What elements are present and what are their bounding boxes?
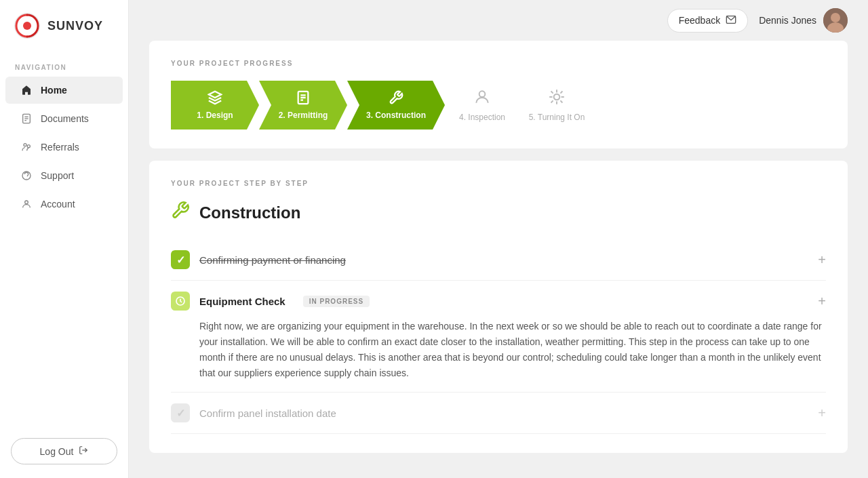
svg-point-14 xyxy=(831,13,840,22)
permitting-icon xyxy=(296,90,311,108)
topbar: Feedback Dennis Jones xyxy=(129,0,868,41)
sidebar-item-documents-label: Documents xyxy=(41,113,89,124)
account-icon xyxy=(20,198,33,210)
svg-point-9 xyxy=(26,178,27,179)
logo: SUNVOY xyxy=(0,0,128,52)
avatar xyxy=(823,8,848,33)
task-confirm-payment-label: Confirming payment or financing xyxy=(199,254,346,266)
content-area: YOUR PROJECT PROGRESS 1. Design 2. Permi… xyxy=(129,41,868,478)
task-check-panel: ✓ xyxy=(171,403,190,422)
task-confirm-panel: ✓ Confirm panel installation date + xyxy=(171,393,826,434)
svg-point-10 xyxy=(25,201,28,204)
expand-equipment-check-button[interactable]: + xyxy=(818,294,826,309)
task-progress-check xyxy=(171,292,190,311)
step-turning-it-on[interactable]: 5. Turning It On xyxy=(519,81,594,130)
construction-icon xyxy=(389,90,403,108)
task-equipment-check-label: Equipment Check xyxy=(199,296,285,307)
svg-line-28 xyxy=(560,92,562,94)
step-turning-on-label: 5. Turning It On xyxy=(529,113,585,122)
nav-menu: Home Documents Referrals Support xyxy=(0,75,128,219)
user-name: Dennis Jones xyxy=(759,15,816,26)
sidebar-item-home-label: Home xyxy=(41,85,67,96)
progress-card: YOUR PROJECT PROGRESS 1. Design 2. Permi… xyxy=(149,41,848,148)
step-construction-label: 3. Construction xyxy=(366,111,426,120)
sidebar-footer: Log Out xyxy=(0,424,128,478)
task-confirm-payment-row: ✓ Confirming payment or financing + xyxy=(171,250,826,269)
task-left-confirm: ✓ Confirming payment or financing xyxy=(171,250,346,269)
design-icon xyxy=(208,90,222,108)
task-left-equipment: Equipment Check IN PROGRESS xyxy=(171,292,370,311)
logo-text: SUNVOY xyxy=(47,19,103,33)
task-equipment-check: Equipment Check IN PROGRESS + Right now,… xyxy=(171,281,826,393)
step-inspection[interactable]: 4. Inspection xyxy=(445,81,519,130)
sidebar-item-home[interactable]: Home xyxy=(5,77,123,104)
step-design[interactable]: 1. Design xyxy=(171,81,259,130)
step-design-label: 1. Design xyxy=(197,111,233,120)
user-info: Dennis Jones xyxy=(759,8,848,33)
svg-point-7 xyxy=(27,145,30,148)
sidebar-item-documents[interactable]: Documents xyxy=(5,105,123,132)
checkmark-icon: ✓ xyxy=(176,254,185,266)
support-icon xyxy=(20,170,33,182)
feedback-label: Feedback xyxy=(679,15,720,26)
step-permitting-label: 2. Permitting xyxy=(279,111,328,120)
construction-header: Construction xyxy=(171,201,826,224)
progress-section-label: YOUR PROJECT PROGRESS xyxy=(171,60,826,67)
svg-point-1 xyxy=(23,22,31,30)
inspection-icon xyxy=(473,88,491,110)
task-check-confirm: ✓ xyxy=(171,250,190,269)
expand-confirm-panel-button[interactable]: + xyxy=(818,405,826,421)
logout-label: Log Out xyxy=(40,446,74,457)
email-icon xyxy=(726,14,736,27)
task-equipment-check-row: Equipment Check IN PROGRESS + xyxy=(171,292,826,311)
sidebar-item-account[interactable]: Account xyxy=(5,191,123,218)
checkmark-panel-icon: ✓ xyxy=(176,407,185,420)
svg-point-21 xyxy=(554,94,560,100)
construction-step-icon xyxy=(171,201,190,224)
sidebar-item-referrals[interactable]: Referrals xyxy=(5,134,123,161)
sidebar-item-support[interactable]: Support xyxy=(5,162,123,189)
turning-on-icon xyxy=(548,88,566,110)
svg-line-29 xyxy=(551,100,553,102)
step-inspection-label: 4. Inspection xyxy=(459,113,505,122)
sidebar: SUNVOY NAVIGATION Home Documents Referra… xyxy=(0,0,129,478)
svg-line-26 xyxy=(551,92,553,94)
logo-icon xyxy=(14,12,41,39)
main-content: Feedback Dennis Jones YOUR PROJECT PROGR… xyxy=(129,0,868,478)
nav-label: NAVIGATION xyxy=(0,58,128,75)
svg-point-6 xyxy=(24,144,26,146)
step-permitting[interactable]: 2. Permitting xyxy=(259,81,347,130)
sidebar-item-account-label: Account xyxy=(41,199,75,210)
home-icon xyxy=(20,84,33,96)
feedback-button[interactable]: Feedback xyxy=(667,9,748,33)
in-progress-badge: IN PROGRESS xyxy=(303,296,370,307)
task-confirm-panel-row: ✓ Confirm panel installation date + xyxy=(171,403,826,422)
task-equipment-check-description: Right now, we are organizing your equipm… xyxy=(199,319,826,381)
step-construction[interactable]: 3. Construction xyxy=(347,81,445,130)
svg-line-27 xyxy=(560,100,562,102)
step-section-label: YOUR PROJECT STEP BY STEP xyxy=(171,180,826,187)
progress-steps: 1. Design 2. Permitting 3. Construction xyxy=(171,81,826,130)
sidebar-item-support-label: Support xyxy=(41,170,74,181)
sidebar-item-referrals-label: Referrals xyxy=(41,142,79,153)
construction-title: Construction xyxy=(199,203,300,222)
svg-point-20 xyxy=(479,91,486,97)
referrals-icon xyxy=(20,141,33,153)
task-left-panel: ✓ Confirm panel installation date xyxy=(171,403,336,422)
documents-icon xyxy=(20,113,33,125)
expand-confirm-payment-button[interactable]: + xyxy=(818,252,826,268)
step-by-step-card: YOUR PROJECT STEP BY STEP Construction ✓… xyxy=(149,161,848,453)
logout-button[interactable]: Log Out xyxy=(11,438,117,464)
task-confirm-payment: ✓ Confirming payment or financing + xyxy=(171,239,826,281)
logout-icon xyxy=(79,445,88,457)
task-confirm-panel-label: Confirm panel installation date xyxy=(199,407,336,419)
